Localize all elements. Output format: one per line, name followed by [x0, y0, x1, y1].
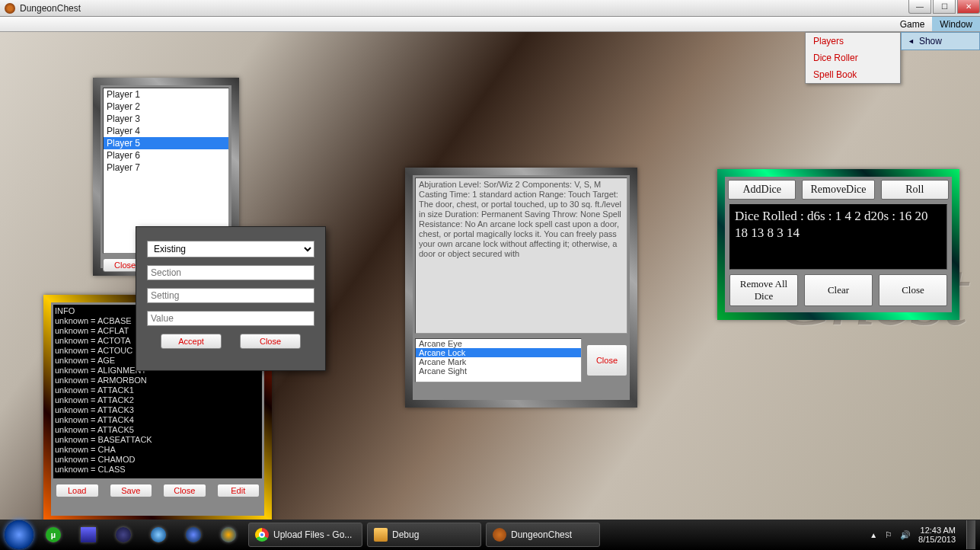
- task-chrome-label: Upload Files - Go...: [273, 529, 352, 540]
- info-load-button[interactable]: Load: [56, 484, 99, 497]
- roll-button[interactable]: Roll: [881, 180, 949, 200]
- pin-ide[interactable]: [73, 523, 104, 547]
- dice-panel: AddDice RemoveDice Roll Dice Rolled : d6…: [717, 169, 959, 320]
- window-submenu: ◄ Show: [901, 32, 980, 50]
- info-edit-button[interactable]: Edit: [217, 484, 260, 497]
- folder-icon: [374, 528, 388, 542]
- show-desktop-button[interactable]: [966, 520, 975, 549]
- task-app-label: DungeonChest: [511, 529, 572, 540]
- menu-game[interactable]: Game: [892, 17, 933, 31]
- dice-result: Dice Rolled : d6s : 1 4 2 d20s : 16 20 1…: [729, 204, 947, 270]
- remove-dice-button[interactable]: RemoveDice: [802, 180, 874, 200]
- window-title: DungeonChest: [20, 3, 81, 14]
- player-item[interactable]: Player 3: [104, 113, 228, 125]
- spell-close-button[interactable]: Close: [586, 344, 627, 376]
- titlebar: DungeonChest — ☐ ✕: [0, 0, 980, 17]
- menu-players[interactable]: Players: [806, 33, 900, 50]
- menu-spellbook[interactable]: Spell Book: [806, 66, 900, 83]
- spell-item[interactable]: Arcane Lock: [416, 348, 581, 357]
- app-task-icon: [493, 528, 506, 542]
- task-app[interactable]: DungeonChest: [486, 523, 600, 547]
- edit-close-button[interactable]: Close: [240, 334, 301, 349]
- player-item[interactable]: Player 7: [104, 161, 228, 174]
- taskbar: µ Upload Files - Go... Debug DungeonChes…: [0, 520, 980, 550]
- clock-date: 8/15/2013: [918, 535, 956, 544]
- app-icon: [5, 3, 15, 14]
- menu-window[interactable]: Window: [932, 17, 980, 31]
- left-arrow-icon: ◄: [908, 37, 915, 45]
- task-folder-label: Debug: [392, 529, 419, 540]
- start-button[interactable]: [5, 520, 34, 549]
- menu-diceroller[interactable]: Dice Roller: [806, 50, 900, 66]
- player-item[interactable]: Player 5: [104, 137, 228, 149]
- player-item[interactable]: Player 1: [104, 88, 228, 101]
- taskbar-clock[interactable]: 12:43 AM 8/15/2013: [918, 526, 959, 544]
- pin-eclipse[interactable]: [108, 523, 139, 547]
- tray-volume-icon[interactable]: 🔊: [900, 530, 911, 540]
- info-close-button[interactable]: Close: [163, 484, 206, 497]
- main-canvas: Dun Chest Player 1Player 2Player 3Player…: [0, 32, 980, 520]
- task-chrome[interactable]: Upload Files - Go...: [248, 523, 362, 547]
- task-folder[interactable]: Debug: [367, 523, 481, 547]
- pin-app1[interactable]: [143, 523, 174, 547]
- remove-all-dice-button[interactable]: Remove All Dice: [729, 274, 798, 306]
- section-input[interactable]: [147, 265, 314, 280]
- system-tray: ▲ ⚐ 🔊 12:43 AM 8/15/2013: [870, 520, 975, 549]
- spell-description[interactable]: Abjuration Level: Sor/Wiz 2 Components: …: [415, 177, 627, 334]
- chrome-icon: [255, 528, 269, 542]
- player-item[interactable]: Player 6: [104, 149, 228, 161]
- pin-app2[interactable]: [178, 523, 209, 547]
- spell-item[interactable]: Arcane Sight: [416, 366, 581, 376]
- add-dice-button[interactable]: AddDice: [728, 180, 796, 200]
- menubar: Game Window: [0, 17, 980, 32]
- player-item[interactable]: Player 2: [104, 101, 228, 113]
- clock-time: 12:43 AM: [918, 526, 956, 535]
- submenu-show[interactable]: ◄ Show: [902, 33, 979, 50]
- info-save-button[interactable]: Save: [110, 484, 153, 497]
- window-menu-dropdown: Players Dice Roller Spell Book: [805, 32, 901, 84]
- window-controls: — ☐ ✕: [907, 0, 980, 14]
- maximize-button[interactable]: ☐: [933, 0, 956, 14]
- value-input[interactable]: [147, 311, 314, 326]
- setting-input[interactable]: [147, 288, 314, 303]
- player-item[interactable]: Player 4: [104, 125, 228, 137]
- spell-item[interactable]: Arcane Mark: [416, 357, 581, 366]
- close-window-button[interactable]: ✕: [957, 0, 980, 14]
- tray-up-icon[interactable]: ▲: [870, 531, 877, 539]
- tray-flag-icon[interactable]: ⚐: [885, 530, 892, 540]
- clear-dice-button[interactable]: Clear: [804, 274, 873, 306]
- spell-item[interactable]: Arcane Eye: [416, 339, 581, 348]
- edit-mode-select[interactable]: Existing: [147, 241, 314, 257]
- pin-wmp[interactable]: [213, 523, 244, 547]
- minimize-button[interactable]: —: [908, 0, 931, 14]
- dice-close-button[interactable]: Close: [879, 274, 947, 306]
- spell-listbox[interactable]: Arcane EyeArcane LockArcane MarkArcane S…: [415, 338, 582, 382]
- pin-utorrent[interactable]: µ: [38, 523, 69, 547]
- spell-panel: Abjuration Level: Sor/Wiz 2 Components: …: [405, 168, 637, 408]
- edit-dialog: Existing Accept Close: [136, 226, 326, 371]
- edit-accept-button[interactable]: Accept: [161, 334, 222, 349]
- submenu-show-label: Show: [919, 36, 942, 46]
